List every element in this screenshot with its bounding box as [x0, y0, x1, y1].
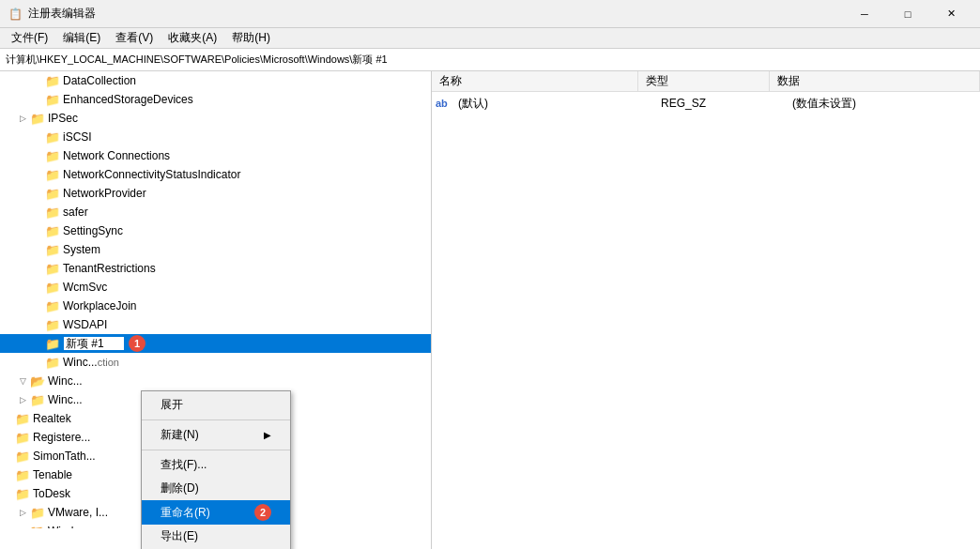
no-expand: [30, 317, 45, 332]
rename-input[interactable]: [66, 337, 122, 350]
tree-item-networkprovider[interactable]: 📁 NetworkProvider: [0, 184, 431, 203]
menu-edit[interactable]: 编辑(E): [55, 28, 108, 48]
tree-label: ToDesk: [33, 487, 70, 500]
ctx-expand[interactable]: 展开: [142, 393, 290, 417]
titlebar: 📋 注册表编辑器 ─ □ ✕: [0, 0, 980, 28]
folder-icon: 📁: [15, 467, 30, 482]
no-expand: [30, 298, 45, 313]
tree-item-winc1[interactable]: 📁 Winc... ction: [0, 353, 431, 372]
ctx-new[interactable]: 新建(N) ▶: [142, 423, 290, 447]
folder-icon: 📁: [30, 111, 45, 126]
no-expand: [30, 130, 45, 145]
ctx-delete[interactable]: 删除(D): [142, 477, 290, 500]
tree-label: WSDAPI: [63, 318, 107, 331]
folder-icon: 📂: [30, 374, 45, 389]
editing-label[interactable]: [63, 336, 125, 351]
tree-item-winc2[interactable]: ▽ 📂 Winc...: [0, 372, 431, 390]
tree-label: System: [63, 243, 100, 256]
no-expand: [30, 242, 45, 257]
tree-item-system[interactable]: 📁 System: [0, 240, 431, 259]
tree-label: Realtek: [33, 412, 71, 425]
menu-favorites[interactable]: 收藏夹(A): [161, 28, 224, 48]
ctx-export[interactable]: 导出(E): [142, 525, 290, 548]
folder-icon: 📁: [15, 430, 30, 445]
tree-item-networkconnectivity[interactable]: 📁 NetworkConnectivityStatusIndicator: [0, 165, 431, 184]
reg-value-type: REG_SZ: [661, 97, 792, 110]
values-header: 名称 类型 数据: [432, 71, 980, 92]
tree-label: Winc...: [48, 393, 83, 406]
ctx-rename-label: 重命名(R): [161, 505, 210, 521]
folder-icon: 📁: [45, 186, 60, 201]
expand-icon[interactable]: ▷: [15, 111, 30, 126]
tree-item-tenantrestrictions[interactable]: 📁 TenantRestrictions: [0, 259, 431, 278]
no-expand: [30, 92, 45, 107]
folder-icon: 📁: [45, 167, 60, 182]
tree-item-datacollection[interactable]: 📁 DataCollection: [0, 71, 431, 90]
tree-item-wcmsvc[interactable]: 📁 WcmSvc: [0, 278, 431, 297]
tree-item-settingsync[interactable]: 📁 SettingSync: [0, 221, 431, 240]
no-expand: [30, 148, 45, 163]
tree-item-enhancedstorage[interactable]: 📁 EnhancedStorageDevices: [0, 90, 431, 109]
ctx-rename[interactable]: 重命名(R) 2: [142, 500, 290, 525]
tree-label: TenantRestrictions: [63, 262, 156, 275]
folder-icon: 📁: [45, 242, 60, 257]
tree-label: Tenable: [33, 468, 72, 481]
tree-item-safer[interactable]: 📁 safer: [0, 203, 431, 221]
menu-view[interactable]: 查看(V): [108, 28, 161, 48]
no-expand: [0, 430, 15, 445]
folder-icon: 📁: [45, 280, 60, 295]
ctx-separator-1: [142, 419, 290, 420]
ctx-find[interactable]: 查找(F)...: [142, 453, 290, 477]
app-icon: 📋: [8, 7, 23, 22]
values-list: ab (默认) REG_SZ (数值未设置): [432, 92, 980, 549]
tree-label: VMware, I...: [48, 506, 108, 519]
ctx-separator-2: [142, 450, 290, 450]
no-expand: [30, 223, 45, 238]
tree-label: safer: [63, 206, 88, 219]
folder-icon: 📁: [15, 411, 30, 426]
no-expand: [30, 205, 45, 220]
ctx-export-label: 导出(E): [161, 528, 198, 544]
maximize-button[interactable]: □: [886, 0, 929, 28]
ctx-expand-label: 展开: [161, 397, 183, 413]
tree-item-networkconnections[interactable]: 📁 Network Connections: [0, 146, 431, 165]
tree-item-ipsec[interactable]: ▷ 📁 IPSec: [0, 109, 431, 128]
col-header-type[interactable]: 类型: [638, 71, 770, 91]
expand-icon[interactable]: ▷: [15, 505, 30, 520]
tree-item-new1[interactable]: 📁 1: [0, 334, 431, 353]
expand-icon[interactable]: ▽: [15, 524, 30, 528]
tree-label: Registere...: [33, 431, 90, 444]
tree-item-iscsi[interactable]: 📁 iSCSI: [0, 128, 431, 146]
tree-label: Network Connections: [63, 149, 170, 162]
minimize-button[interactable]: ─: [843, 0, 886, 28]
close-button[interactable]: ✕: [929, 0, 972, 28]
expand-icon[interactable]: ▷: [15, 392, 30, 407]
tree-item-workplacejoin[interactable]: 📁 WorkplaceJoin: [0, 297, 431, 315]
no-expand: [0, 486, 15, 501]
tree-label: Winc...: [63, 356, 98, 369]
badge-1: 1: [129, 335, 145, 352]
context-menu: 展开 新建(N) ▶ 查找(F)... 删除(D) 重命名(R) 2 导出(E): [141, 390, 291, 549]
col-header-data[interactable]: 数据: [770, 71, 980, 91]
menubar: 文件(F) 编辑(E) 查看(V) 收藏夹(A) 帮助(H): [0, 28, 980, 49]
no-expand: [30, 261, 45, 276]
badge-2: 2: [254, 504, 271, 521]
window-title: 注册表编辑器: [28, 6, 843, 22]
expand-icon[interactable]: ▽: [15, 374, 30, 389]
tree-label: iSCSI: [63, 130, 92, 144]
ctx-delete-label: 删除(D): [161, 480, 199, 496]
ctx-new-label: 新建(N): [161, 427, 199, 443]
folder-icon: 📁: [45, 148, 60, 163]
folder-icon: 📁: [45, 130, 60, 145]
menu-help[interactable]: 帮助(H): [224, 28, 278, 48]
col-header-name[interactable]: 名称: [432, 71, 638, 91]
menu-file[interactable]: 文件(F): [4, 28, 55, 48]
folder-icon: 📁: [45, 355, 60, 370]
tree-label: WorkplaceJoin: [63, 299, 136, 313]
address-path[interactable]: 计算机\HKEY_LOCAL_MACHINE\SOFTWARE\Policies…: [6, 53, 974, 67]
no-expand: [30, 167, 45, 182]
tree-item-wsdapi[interactable]: 📁 WSDAPI: [0, 315, 431, 334]
registry-row-default[interactable]: ab (默认) REG_SZ (数值未设置): [432, 94, 980, 113]
no-expand: [30, 336, 45, 351]
folder-icon: 📁: [45, 336, 60, 351]
